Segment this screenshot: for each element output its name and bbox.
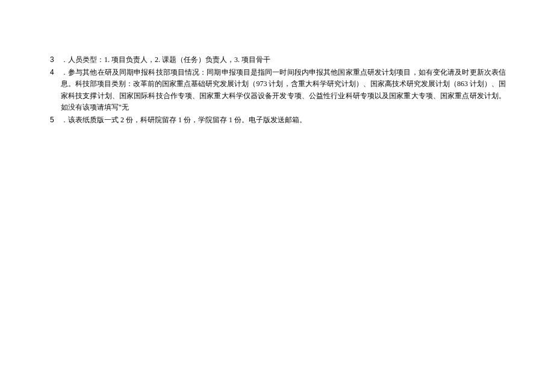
- list-text-5: ．该表纸质版一式 2 份，科研院留存 1 份，学院留存 1 份。电子版发送邮箱。: [61, 114, 506, 126]
- list-item-5: 5 ．该表纸质版一式 2 份，科研院留存 1 份，学院留存 1 份。电子版发送邮…: [50, 114, 506, 126]
- list-item-3: 3 ．人员类型：1. 项目负责人，2. 课题（任务）负责人，3. 项目骨干: [50, 54, 506, 66]
- list-number-3: 3: [50, 54, 61, 66]
- list-number-5: 5: [50, 114, 61, 126]
- document-content: 3 ．人员类型：1. 项目负责人，2. 课题（任务）负责人，3. 项目骨干 4 …: [50, 54, 506, 126]
- list-number-4: 4: [50, 67, 61, 78]
- list-text-4: ．参与其他在研及同期申报科技部项目情况：同期申报项目是指同一时间段内申报其他国家…: [61, 67, 506, 113]
- list-text-3: ．人员类型：1. 项目负责人，2. 课题（任务）负责人，3. 项目骨干: [61, 54, 506, 66]
- list-item-4: 4 ．参与其他在研及同期申报科技部项目情况：同期申报项目是指同一时间段内申报其他…: [50, 67, 506, 113]
